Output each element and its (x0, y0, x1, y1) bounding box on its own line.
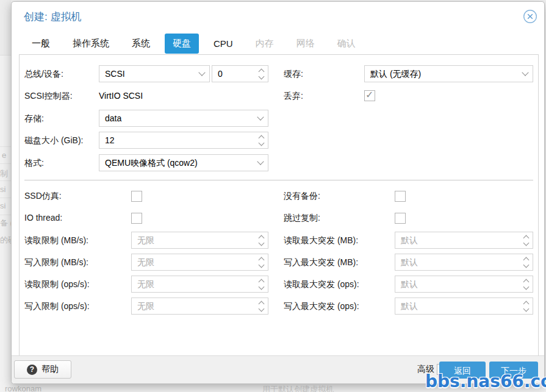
io-thread-checkbox[interactable] (131, 213, 142, 224)
read-burst-mb-label: 读取最大突发 (MB): (284, 232, 358, 249)
write-limit-ops-value: 无限 (132, 298, 254, 314)
discard-label: 丢弃: (284, 87, 303, 104)
background-row-line (0, 215, 11, 215)
spinner-arrows-icon[interactable] (519, 232, 533, 248)
background-page-strip (0, 0, 11, 55)
harddisk-form-panel: 总线/设备: SCSI 0 缓存: 默认 (无缓存) SCSI控制器: Virt… (19, 54, 539, 358)
background-text-fragment: 制 (0, 168, 8, 179)
write-limit-mb-spinner[interactable]: 无限 (131, 254, 268, 271)
write-burst-ops-spinner[interactable]: 默认 (395, 298, 533, 315)
help-button-label: 帮助 (41, 364, 59, 375)
background-text-fragment: si (0, 185, 5, 194)
storage-label: 存储: (24, 110, 44, 127)
skip-replication-checkbox[interactable] (395, 213, 406, 224)
close-icon[interactable] (523, 9, 537, 24)
section-divider (24, 180, 533, 180)
write-burst-ops-value: 默认 (395, 298, 519, 314)
spinner-arrows-icon[interactable] (254, 298, 268, 314)
bus-select[interactable]: SCSI (99, 65, 210, 82)
tab-network: 网络 (289, 34, 323, 54)
format-select-value: QEMU映像格式 (qcow2) (99, 155, 253, 171)
background-row-line (0, 180, 11, 181)
tab-memory: 内存 (248, 34, 282, 54)
format-label: 格式: (24, 154, 44, 171)
chevron-down-icon[interactable] (253, 110, 268, 126)
io-thread-label: IO thread: (24, 209, 62, 226)
cache-select-value: 默认 (无缓存) (365, 66, 518, 82)
cache-label: 缓存: (284, 65, 303, 82)
ssd-emulation-label: SSD仿真: (24, 187, 62, 204)
bus-number-value: 0 (212, 66, 254, 82)
no-backup-label: 没有备份: (284, 187, 320, 204)
chevron-down-icon[interactable] (253, 155, 268, 171)
write-burst-ops-label: 写入最大突发 (ops): (284, 298, 359, 315)
read-burst-mb-value: 默认 (395, 232, 519, 248)
background-row-line (0, 146, 11, 147)
spinner-arrows-icon[interactable] (519, 276, 533, 292)
write-limit-ops-label: 写入限制 (ops/s): (24, 298, 90, 315)
tab-os[interactable]: 操作系统 (65, 34, 117, 54)
tab-confirm: 确认 (329, 34, 364, 54)
read-limit-mb-label: 读取限制 (MB/s): (24, 232, 88, 249)
chevron-down-icon[interactable] (518, 66, 533, 82)
discard-checkbox[interactable] (364, 90, 375, 101)
read-limit-mb-value: 无限 (132, 232, 254, 248)
write-burst-mb-spinner[interactable]: 默认 (395, 254, 533, 271)
read-burst-ops-spinner[interactable]: 默认 (395, 276, 533, 293)
read-burst-ops-value: 默认 (395, 276, 519, 292)
disk-size-value: 12 (99, 132, 254, 148)
write-limit-mb-label: 写入限制 (MB/s): (24, 254, 88, 271)
background-text-fragment: si (0, 201, 5, 210)
read-burst-ops-label: 读取最大突发 (ops): (284, 276, 359, 293)
tab-harddisk[interactable]: 硬盘 (165, 34, 199, 54)
read-limit-ops-label: 读取限制 (ops/s): (24, 276, 90, 293)
read-limit-ops-spinner[interactable]: 无限 (131, 276, 268, 293)
dialog-title: 创建: 虚拟机 (24, 10, 81, 24)
write-limit-ops-spinner[interactable]: 无限 (131, 298, 268, 315)
spinner-arrows-icon[interactable] (254, 232, 268, 248)
read-limit-ops-value: 无限 (132, 276, 254, 292)
scsi-controller-label: SCSI控制器: (24, 87, 73, 104)
tab-system[interactable]: 系统 (124, 34, 158, 54)
ssd-emulation-checkbox[interactable] (131, 191, 142, 202)
tab-general[interactable]: 一般 (24, 34, 58, 54)
background-row-line (0, 163, 11, 164)
tab-bar: 一般 操作系统 系统 硬盘 CPU 内存 网络 确认 (24, 34, 370, 54)
bus-number-spinner[interactable]: 0 (212, 65, 268, 82)
bus-device-label: 总线/设备: (24, 65, 63, 82)
read-burst-mb-spinner[interactable]: 默认 (395, 232, 533, 249)
disk-size-spinner[interactable]: 12 (99, 132, 268, 149)
spinner-arrows-icon[interactable] (254, 132, 268, 148)
chevron-down-icon[interactable] (195, 66, 209, 82)
write-burst-mb-value: 默认 (395, 254, 519, 270)
spinner-arrows-icon[interactable] (519, 298, 533, 314)
spinner-arrows-icon[interactable] (254, 254, 268, 270)
format-select[interactable]: QEMU映像格式 (qcow2) (99, 154, 268, 171)
write-limit-mb-value: 无限 (132, 254, 254, 270)
storage-select-value: data (99, 110, 253, 126)
read-limit-mb-spinner[interactable]: 无限 (131, 232, 268, 249)
cache-select[interactable]: 默认 (无缓存) (364, 65, 533, 82)
skip-replication-label: 跳过复制: (284, 209, 320, 226)
no-backup-checkbox[interactable] (395, 191, 406, 202)
scsi-controller-value: VirtIO SCSI (99, 87, 143, 104)
forum-watermark: bbs.nas66.com (425, 371, 546, 391)
storage-select[interactable]: data (99, 110, 268, 127)
spinner-arrows-icon[interactable] (254, 276, 268, 292)
background-text-fragment: e (2, 151, 6, 160)
spinner-arrows-icon[interactable] (254, 66, 268, 82)
disk-size-label: 磁盘大小 (GiB): (24, 132, 83, 149)
background-text-fragment: rowkonam (5, 384, 41, 392)
tab-cpu[interactable]: CPU (206, 34, 241, 53)
background-row-line (0, 198, 11, 198)
spinner-arrows-icon[interactable] (519, 254, 533, 270)
question-mark-icon: ? (27, 365, 37, 375)
create-vm-dialog: 创建: 虚拟机 一般 操作系统 系统 硬盘 CPU 内存 网络 确认 总线/设备… (11, 1, 545, 384)
bus-select-value: SCSI (99, 66, 195, 82)
write-burst-mb-label: 写入最大突发 (MB): (284, 254, 358, 271)
help-button[interactable]: ? 帮助 (14, 360, 71, 379)
background-text-fragment: 用于默认创建虚拟机 (262, 384, 334, 392)
